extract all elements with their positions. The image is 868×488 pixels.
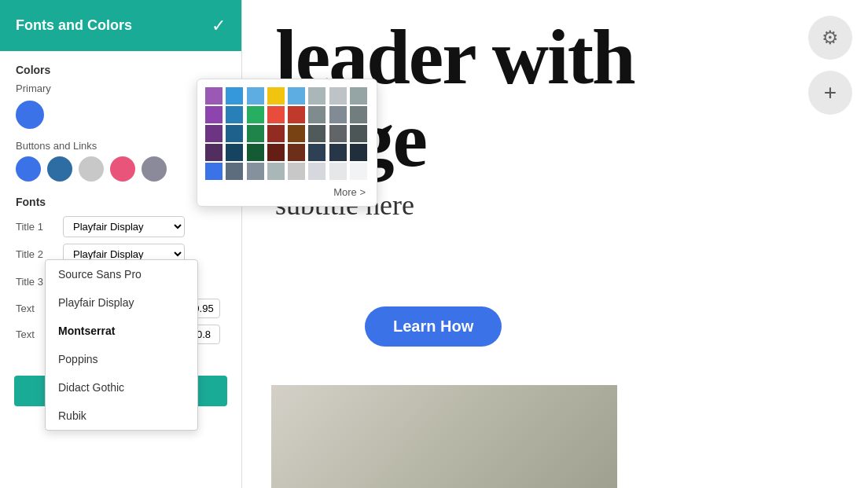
dropdown-item-rubik[interactable]: Rubik bbox=[46, 402, 197, 430]
color-cell[interactable] bbox=[205, 125, 223, 142]
title1-label: Title 1 bbox=[16, 221, 57, 233]
color-cell[interactable] bbox=[267, 87, 285, 105]
color-cell[interactable] bbox=[308, 106, 326, 123]
color-cell[interactable] bbox=[247, 163, 264, 180]
color-cell[interactable] bbox=[247, 87, 264, 105]
color-grid bbox=[205, 87, 369, 180]
color-cell[interactable] bbox=[288, 87, 305, 105]
swatch-pink[interactable] bbox=[110, 156, 135, 182]
color-cell[interactable] bbox=[350, 106, 367, 123]
panel-header: Fonts and Colors ✓ bbox=[0, 0, 241, 51]
dropdown-item-didact-gothic[interactable]: Didact Gothic bbox=[46, 373, 197, 402]
color-cell[interactable] bbox=[267, 163, 285, 180]
color-picker-popup: More > bbox=[197, 79, 377, 207]
plus-icon: + bbox=[824, 80, 837, 105]
color-cell[interactable] bbox=[205, 106, 223, 123]
color-cell[interactable] bbox=[329, 106, 347, 123]
dropdown-item-poppins[interactable]: Poppins bbox=[46, 345, 197, 373]
color-cell[interactable] bbox=[226, 87, 243, 105]
color-cell[interactable] bbox=[308, 163, 326, 180]
dropdown-item-source-sans-pro[interactable]: Source Sans Pro bbox=[46, 260, 197, 288]
color-cell[interactable] bbox=[329, 87, 347, 105]
primary-color-row bbox=[16, 101, 226, 129]
color-cell[interactable] bbox=[350, 87, 367, 105]
color-cell[interactable] bbox=[329, 144, 347, 161]
color-cell[interactable] bbox=[288, 125, 305, 142]
color-cell[interactable] bbox=[247, 144, 264, 161]
color-swatches-row bbox=[16, 156, 226, 182]
color-cell[interactable] bbox=[288, 106, 305, 123]
swatch-light-gray[interactable] bbox=[79, 156, 104, 182]
color-cell[interactable] bbox=[267, 106, 285, 123]
color-cell[interactable] bbox=[205, 163, 223, 180]
swatch-blue[interactable] bbox=[16, 156, 41, 182]
color-cell[interactable] bbox=[267, 144, 285, 161]
plus-button[interactable]: + bbox=[808, 71, 852, 115]
color-cell[interactable] bbox=[288, 144, 305, 161]
color-cell[interactable] bbox=[350, 163, 367, 180]
color-cell[interactable] bbox=[226, 144, 243, 161]
color-cell[interactable] bbox=[329, 163, 347, 180]
color-cell[interactable] bbox=[288, 163, 305, 180]
font-dropdown: Source Sans Pro Playfair Display Montser… bbox=[45, 259, 198, 431]
color-cell[interactable] bbox=[226, 125, 243, 142]
dropdown-item-montserrat[interactable]: Montserrat bbox=[46, 317, 197, 345]
color-cell[interactable] bbox=[350, 144, 367, 161]
title1-font-select[interactable]: Playfair Display bbox=[63, 216, 185, 237]
color-cell[interactable] bbox=[205, 87, 223, 105]
fonts-section-label: Fonts bbox=[16, 196, 226, 208]
color-cell[interactable] bbox=[205, 144, 223, 161]
color-cell[interactable] bbox=[267, 125, 285, 142]
color-cell[interactable] bbox=[308, 125, 326, 142]
swatch-medium-gray[interactable] bbox=[142, 156, 167, 182]
gear-button[interactable]: ⚙ bbox=[808, 16, 852, 60]
colors-section-label: Colors bbox=[16, 64, 226, 76]
color-cell[interactable] bbox=[226, 163, 243, 180]
learn-how-button[interactable]: Learn How bbox=[365, 306, 502, 347]
title2-label: Title 2 bbox=[16, 248, 57, 260]
gear-icon: ⚙ bbox=[822, 27, 839, 49]
photo-area bbox=[271, 385, 617, 488]
primary-color-swatch[interactable] bbox=[16, 101, 44, 129]
more-colors-link[interactable]: More > bbox=[205, 186, 369, 198]
color-cell[interactable] bbox=[329, 125, 347, 142]
font-row-title1: Title 1 Playfair Display bbox=[16, 216, 226, 237]
buttons-links-label: Buttons and Links bbox=[16, 140, 226, 152]
color-cell[interactable] bbox=[226, 106, 243, 123]
color-cell[interactable] bbox=[247, 125, 264, 142]
color-cell[interactable] bbox=[350, 125, 367, 142]
color-cell[interactable] bbox=[308, 87, 326, 105]
primary-label: Primary bbox=[16, 83, 226, 94]
color-cell[interactable] bbox=[247, 106, 264, 123]
panel-title: Fonts and Colors bbox=[16, 17, 132, 34]
lamp-image bbox=[271, 385, 617, 488]
color-cell[interactable] bbox=[308, 144, 326, 161]
dropdown-item-playfair[interactable]: Playfair Display bbox=[46, 288, 197, 317]
swatch-dark-blue[interactable] bbox=[47, 156, 72, 182]
checkmark-icon[interactable]: ✓ bbox=[211, 16, 226, 36]
